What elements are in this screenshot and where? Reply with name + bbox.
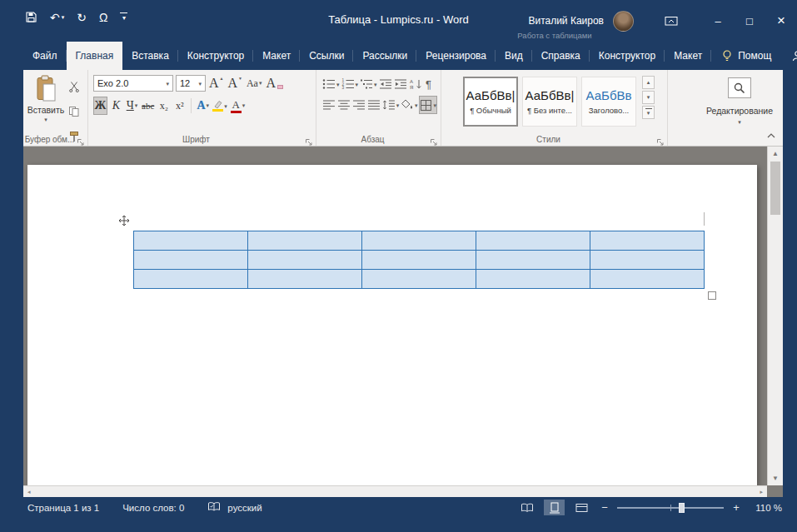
read-mode-button[interactable] — [516, 500, 537, 515]
avatar[interactable] — [613, 11, 634, 32]
table-cell[interactable] — [134, 251, 248, 270]
tab-file[interactable]: Файл — [23, 42, 67, 70]
zoom-out-button[interactable]: − — [599, 501, 610, 514]
table-cell[interactable] — [476, 251, 590, 270]
superscript-button[interactable]: x² — [172, 97, 187, 115]
search-button[interactable] — [728, 77, 751, 98]
web-layout-button[interactable] — [571, 500, 592, 515]
table-cell[interactable] — [590, 251, 705, 270]
zoom-slider-thumb[interactable] — [679, 503, 685, 513]
shading-button[interactable]: ▾ — [400, 96, 418, 114]
styles-dialog-launcher[interactable] — [656, 135, 665, 143]
font-name-combo[interactable]: Exo 2.0 ▾ — [93, 75, 173, 92]
ribbon-display-options-button[interactable] — [660, 0, 682, 42]
scroll-up-icon[interactable]: ▲ — [768, 150, 783, 157]
table-cell[interactable] — [248, 251, 362, 270]
show-paragraph-marks-button[interactable]: ¶ — [423, 75, 437, 93]
subscript-button[interactable]: x₂ — [157, 97, 171, 115]
tab-insert[interactable]: Вставка — [122, 42, 178, 70]
copy-button[interactable] — [67, 102, 81, 121]
minimize-button[interactable]: – — [702, 0, 734, 42]
line-spacing-button[interactable]: ▾ — [381, 96, 400, 114]
font-dialog-launcher[interactable] — [305, 135, 313, 143]
strikethrough-button[interactable]: abc — [141, 97, 155, 115]
vertical-scrollbar[interactable]: ▲ ▼ — [767, 147, 783, 485]
table-cell[interactable] — [590, 270, 705, 289]
zoom-slider[interactable] — [617, 502, 724, 514]
style-card[interactable]: АаБбВв|¶ Без инте... — [522, 77, 577, 127]
collapse-ribbon-button[interactable] — [766, 127, 776, 142]
grow-font-button[interactable]: А▲ — [208, 74, 225, 92]
align-left-button[interactable] — [321, 96, 336, 114]
table-resize-handle[interactable] — [708, 291, 716, 300]
spell-check-button[interactable] — [207, 501, 221, 514]
font-size-combo[interactable]: 12 ▾ — [176, 75, 206, 92]
paragraph-dialog-launcher[interactable] — [430, 135, 438, 143]
style-card[interactable]: АаБбВв|¶ Обычный — [463, 77, 518, 127]
tab-design[interactable]: Конструктор — [178, 42, 253, 70]
text-effects-button[interactable]: А▾ — [196, 97, 210, 115]
document-page[interactable] — [27, 165, 757, 485]
decrease-indent-button[interactable] — [378, 75, 393, 93]
help-assistant-button[interactable]: Помощ — [711, 42, 781, 70]
word-count[interactable]: Число слов: 0 — [122, 503, 184, 513]
table-cell[interactable] — [248, 270, 362, 289]
underline-button[interactable]: Ч▾ — [125, 97, 139, 115]
increase-indent-button[interactable] — [393, 75, 408, 93]
scroll-down-icon[interactable]: ▼ — [768, 475, 783, 482]
font-color-button[interactable]: А ▾ — [230, 97, 247, 115]
table-cell[interactable] — [476, 270, 590, 289]
scroll-right-icon[interactable]: ▸ — [760, 489, 763, 495]
justify-button[interactable] — [366, 96, 381, 114]
table-cell[interactable] — [248, 231, 362, 251]
tab-home[interactable]: Главная — [67, 42, 123, 70]
styles-scroll-down-button[interactable]: ▾ — [642, 91, 655, 104]
tab-mailings[interactable]: Рассылки — [353, 42, 416, 70]
highlight-color-button[interactable]: ▾ — [212, 97, 228, 115]
clipboard-dialog-launcher[interactable] — [77, 135, 85, 143]
cut-button[interactable] — [67, 77, 81, 96]
table-cell[interactable] — [134, 231, 248, 251]
table-move-handle[interactable] — [118, 215, 131, 227]
styles-more-button[interactable]: ▾ — [642, 106, 655, 119]
multilevel-list-button[interactable]: ▾ — [359, 75, 378, 93]
share-button[interactable]: Поделиться — [781, 42, 797, 70]
italic-button[interactable]: К — [109, 97, 123, 115]
maximize-button[interactable]: □ — [734, 0, 765, 42]
shrink-font-button[interactable]: А▼ — [227, 74, 244, 92]
table-cell[interactable] — [362, 270, 476, 289]
table-cell[interactable] — [134, 270, 248, 289]
table-cell[interactable] — [362, 251, 476, 270]
tab-help[interactable]: Справка — [532, 42, 590, 70]
scroll-left-icon[interactable]: ◂ — [27, 489, 31, 495]
table-cell[interactable] — [590, 231, 705, 251]
tab-layout[interactable]: Макет — [253, 42, 300, 70]
zoom-in-button[interactable]: + — [730, 501, 742, 514]
vertical-scroll-thumb[interactable] — [770, 162, 780, 215]
numbering-button[interactable]: 123 ▾ — [341, 75, 360, 93]
horizontal-scrollbar[interactable]: ◂ ▸ — [23, 485, 767, 497]
tab-table-design[interactable]: Конструктор — [590, 42, 665, 70]
print-layout-button[interactable] — [544, 500, 565, 515]
style-card[interactable]: АаБбВвЗаголово... — [581, 77, 636, 127]
tab-view[interactable]: Вид — [496, 42, 532, 70]
paste-button[interactable]: Вставить ▾ — [27, 75, 65, 137]
tab-references[interactable]: Ссылки — [300, 42, 353, 70]
page-indicator[interactable]: Страница 1 из 1 — [27, 503, 99, 513]
table-cell[interactable] — [476, 231, 590, 251]
tab-review[interactable]: Рецензирова — [416, 42, 496, 70]
user-name[interactable]: Виталий Каиров — [528, 15, 604, 27]
tab-table-layout[interactable]: Макет — [665, 42, 711, 70]
table-cell[interactable] — [362, 231, 476, 251]
close-button[interactable]: × — [765, 0, 797, 42]
clear-formatting-button[interactable]: А — [265, 74, 284, 92]
language-indicator[interactable]: русский — [227, 503, 262, 513]
bullets-button[interactable]: ▾ — [321, 75, 341, 93]
sort-button[interactable]: АЯ — [408, 75, 423, 93]
bold-button[interactable]: Ж — [93, 97, 107, 115]
align-center-button[interactable] — [336, 96, 351, 114]
zoom-level[interactable]: 110 % — [749, 503, 782, 513]
styles-scroll-up-button[interactable]: ▴ — [642, 76, 655, 89]
borders-button[interactable]: ▾ — [419, 96, 437, 114]
change-case-button[interactable]: Аа▾ — [246, 74, 262, 92]
